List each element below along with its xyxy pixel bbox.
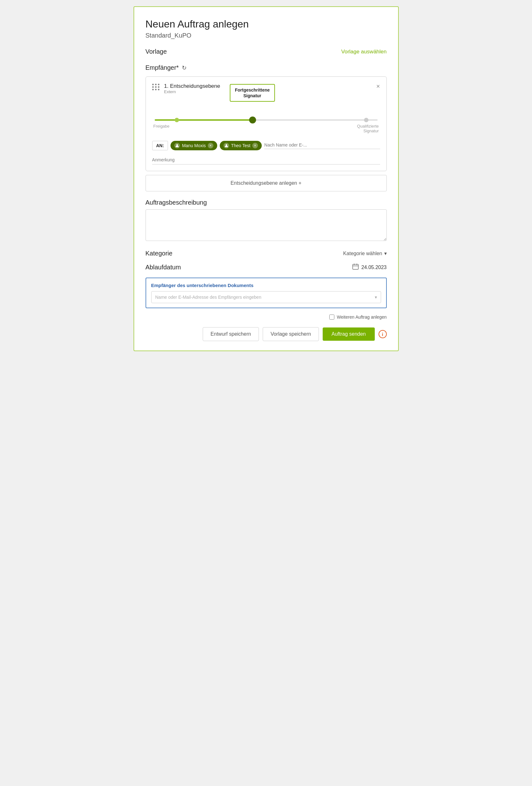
fortgeschrittene-box: Fortgeschrittene Signatur bbox=[230, 84, 275, 102]
an-label: AN: bbox=[152, 141, 168, 150]
slider-thumb-right[interactable] bbox=[364, 118, 368, 122]
recipient-name-manu: Manu Moxis bbox=[182, 143, 206, 148]
svg-point-0 bbox=[177, 144, 178, 146]
empfaenger-label: Empfänger* bbox=[145, 64, 179, 71]
footer-buttons: Entwurf speichern Vorlage speichern Auft… bbox=[145, 327, 387, 341]
chip-close-theo[interactable]: × bbox=[252, 143, 258, 148]
slider-thumb-center[interactable] bbox=[249, 117, 256, 123]
slider-labels: Freigabe Qualifizierte Signatur bbox=[152, 124, 380, 133]
kategorie-label: Kategorie bbox=[145, 250, 173, 257]
drag-dot bbox=[158, 86, 159, 88]
drag-dot bbox=[152, 84, 154, 85]
recipient-name-theo: Theo Test bbox=[231, 143, 250, 148]
drag-handle[interactable] bbox=[152, 84, 160, 90]
refresh-icon[interactable]: ↻ bbox=[182, 64, 187, 71]
info-icon[interactable]: i bbox=[378, 330, 387, 338]
add-level-button[interactable]: Entscheidungsebene anlegen + bbox=[145, 175, 387, 191]
ablaufdatum-row: Ablaufdatum 24.05.2023 bbox=[145, 263, 387, 271]
ablaufdatum-value: 24.05.2023 bbox=[361, 264, 387, 270]
auftragsbeschreibung-textarea[interactable] bbox=[145, 209, 387, 241]
page-container: Neuen Auftrag anlegen Standard_KuPO Vorl… bbox=[134, 6, 399, 351]
svg-rect-2 bbox=[353, 264, 358, 269]
vorlage-row: Vorlage Vorlage auswählen bbox=[145, 48, 387, 55]
kategorie-value: Kategorie wählen bbox=[343, 251, 383, 256]
vorlage-speichern-button[interactable]: Vorlage speichern bbox=[263, 327, 319, 341]
page-title: Neuen Auftrag anlegen bbox=[145, 18, 387, 30]
vorlage-select-link[interactable]: Vorlage auswählen bbox=[341, 49, 387, 55]
slider-thumb-left[interactable] bbox=[175, 118, 179, 122]
anmerkung-input[interactable] bbox=[152, 155, 380, 164]
entscheidung-close-button[interactable]: × bbox=[376, 83, 380, 89]
weiteren-label: Weiteren Auftrag anlegen bbox=[337, 315, 387, 320]
entscheidung-card: 1. Entscheidungsebene Extern × Fortgesch… bbox=[145, 76, 387, 171]
weiteren-checkbox[interactable] bbox=[329, 315, 334, 320]
slider-track-filled bbox=[155, 119, 253, 121]
ablaufdatum-label: Ablaufdatum bbox=[145, 264, 181, 271]
svg-point-1 bbox=[226, 144, 227, 146]
drag-dot bbox=[158, 89, 159, 90]
slider-label-right: Qualifizierte Signatur bbox=[357, 124, 379, 133]
drag-dot bbox=[152, 86, 154, 88]
recipient-chip-manu[interactable]: Manu Moxis × bbox=[170, 141, 217, 150]
kategorie-chevron-icon: ▾ bbox=[384, 250, 387, 256]
auftrag-senden-button[interactable]: Auftrag senden bbox=[323, 327, 375, 341]
kategorie-row: Kategorie Kategorie wählen ▾ bbox=[145, 250, 387, 257]
slider-label-qualifizierte-line1: Qualifizierte bbox=[357, 124, 379, 129]
drag-dot bbox=[152, 89, 154, 90]
slider-track[interactable] bbox=[155, 119, 378, 121]
weiteren-row: Weiteren Auftrag anlegen bbox=[145, 315, 387, 320]
drag-dot bbox=[155, 84, 157, 85]
recipient-icon-theo bbox=[224, 143, 229, 148]
chip-close-manu[interactable]: × bbox=[208, 143, 213, 148]
slider-label-freigabe: Freigabe bbox=[154, 124, 169, 133]
recipient-chip-theo[interactable]: Theo Test × bbox=[220, 141, 262, 150]
drag-dot bbox=[158, 84, 159, 85]
page-subtitle: Standard_KuPO bbox=[145, 32, 387, 39]
empfaenger-label-row: Empfänger* ↻ bbox=[145, 64, 387, 71]
fortgeschrittene-label-line2: Signatur bbox=[235, 93, 270, 98]
fortgeschrittene-label-line1: Fortgeschrittene bbox=[235, 87, 270, 93]
recipients-row: AN: Manu Moxis × bbox=[152, 141, 380, 150]
recipient-icon-manu bbox=[174, 143, 180, 148]
kategorie-select[interactable]: Kategorie wählen ▾ bbox=[343, 250, 387, 256]
entwurf-speichern-button[interactable]: Entwurf speichern bbox=[203, 327, 259, 341]
drag-dot bbox=[155, 86, 157, 88]
ablaufdatum-value-row[interactable]: 24.05.2023 bbox=[352, 263, 387, 271]
slider-container: Fortgeschrittene Signatur Freigabe Quali… bbox=[152, 100, 380, 141]
empfaenger-unterschrieben-section: Empfänger des unterschriebenen Dokuments… bbox=[145, 278, 387, 308]
empfaenger-unterschrieben-chevron-icon: ▾ bbox=[375, 295, 377, 300]
recipient-search-input[interactable] bbox=[264, 142, 380, 149]
calendar-icon bbox=[352, 263, 358, 271]
vorlage-label: Vorlage bbox=[145, 48, 167, 55]
empfaenger-unterschrieben-select[interactable]: Name oder E-Mail-Adresse des Empfängers … bbox=[151, 291, 381, 303]
auftragsbeschreibung-label: Auftragsbeschreibung bbox=[145, 199, 387, 206]
drag-dot bbox=[155, 89, 157, 90]
empfaenger-unterschrieben-title: Empfänger des unterschriebenen Dokuments bbox=[151, 283, 381, 288]
slider-label-qualifizierte-line2: Signatur bbox=[363, 129, 378, 133]
empfaenger-unterschrieben-placeholder: Name oder E-Mail-Adresse des Empfängers … bbox=[155, 295, 261, 300]
